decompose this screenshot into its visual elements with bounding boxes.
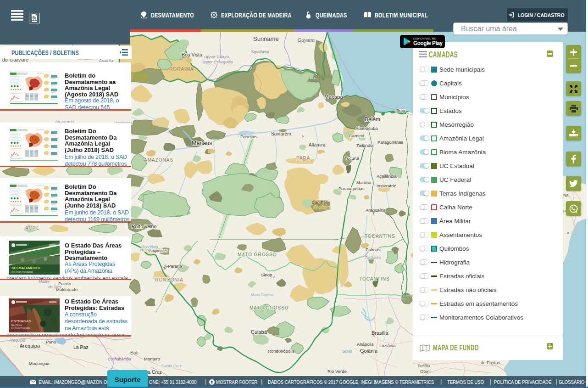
- svg-text:Rondonópolis: Rondonópolis: [268, 349, 294, 354]
- svg-text:São Félix: São Félix: [312, 200, 330, 205]
- svg-text:Otoni: Otoni: [420, 369, 431, 374]
- svg-text:Maldonado: Maldonado: [56, 287, 78, 292]
- svg-text:Arequipa: Arequipa: [9, 338, 25, 343]
- svg-text:Amapá: Amapá: [307, 78, 320, 83]
- svg-text:Puerto: Puerto: [58, 281, 71, 286]
- svg-text:Porto Velho: Porto Velho: [132, 224, 156, 229]
- svg-text:Açailândia: Açailândia: [377, 174, 397, 179]
- svg-text:Brag: Brag: [396, 108, 405, 113]
- svg-text:MATO GROSSO: MATO GROSSO: [250, 305, 289, 310]
- svg-text:Goiás: Goiás: [342, 349, 353, 354]
- svg-text:Rio Verde: Rio Verde: [327, 369, 347, 374]
- svg-text:Imperatriz: Imperatriz: [377, 183, 396, 188]
- svg-text:a: a: [567, 231, 569, 235]
- svg-text:TOCANTINS: TOCANTINS: [359, 276, 390, 281]
- svg-text:RORAIMA: RORAIMA: [169, 67, 194, 72]
- svg-text:Macapá: Macapá: [324, 94, 344, 100]
- svg-text:Brasília: Brasília: [372, 330, 389, 336]
- svg-text:Puno: Puno: [46, 339, 56, 344]
- svg-text:Palmas: Palmas: [366, 247, 380, 252]
- svg-text:Cametá: Cametá: [349, 133, 365, 138]
- svg-text:ACRE: ACRE: [25, 225, 40, 231]
- svg-text:Cuiabá: Cuiabá: [251, 329, 267, 335]
- svg-text:Mato Grosso: Mato Grosso: [251, 292, 273, 297]
- svg-text:Altamira: Altamira: [309, 142, 326, 147]
- svg-text:ESTRADAS: ESTRADAS: [11, 319, 32, 323]
- svg-text:Moquegua: Moquegua: [29, 361, 50, 366]
- svg-text:Parintins: Parintins: [240, 134, 257, 139]
- svg-text:Araguaína: Araguaína: [366, 208, 386, 213]
- svg-text:do Xingu: do Xingu: [313, 205, 331, 210]
- svg-text:Upper Essequibo: Upper Essequibo: [201, 60, 233, 64]
- svg-text:Suriname: Suriname: [253, 35, 279, 42]
- svg-text:AMAZONAS: AMAZONAS: [144, 157, 173, 163]
- svg-text:Paragominas: Paragominas: [377, 140, 403, 145]
- svg-text:Santarém: Santarém: [271, 131, 291, 136]
- svg-text:Boli: Boli: [130, 350, 139, 355]
- svg-text:Parauapebas: Parauapebas: [338, 186, 365, 191]
- svg-text:Upper Takutu-: Upper Takutu-: [204, 55, 230, 59]
- svg-text:Guyane: Guyane: [298, 37, 315, 43]
- svg-text:de Freitas: de Freitas: [481, 360, 500, 365]
- svg-text:Boa Vista: Boa Vista: [182, 52, 202, 57]
- svg-text:Sinop: Sinop: [261, 272, 272, 277]
- svg-text:Belém: Belém: [365, 116, 380, 123]
- svg-text:Rondônia: Rondônia: [141, 245, 158, 249]
- svg-text:Sipaliwini: Sipaliwini: [251, 49, 269, 54]
- svg-text:Marabá: Marabá: [356, 180, 372, 185]
- svg-text:La Paz: La Paz: [73, 344, 89, 350]
- svg-text:Goiânia: Goiânia: [360, 348, 378, 354]
- svg-text:Arequipa: Arequipa: [20, 343, 40, 349]
- svg-text:Tailândia: Tailândia: [356, 143, 374, 148]
- svg-text:em Áreas Protegidas: em Áreas Protegidas: [11, 326, 31, 329]
- svg-text:Tucuruí: Tucuruí: [344, 156, 359, 161]
- svg-text:Abaetetuba: Abaetetuba: [355, 126, 378, 131]
- svg-text:Teófilo: Teófilo: [417, 363, 430, 368]
- svg-text:Ji-Paraná: Ji-Paraná: [163, 264, 182, 269]
- svg-text:Não Oficiais: Não Oficiais: [11, 324, 22, 326]
- svg-text:PARÁ: PARÁ: [296, 155, 311, 161]
- svg-text:Cochabamba: Cochabamba: [108, 357, 131, 361]
- svg-text:MATO GROSSO: MATO GROSSO: [238, 252, 277, 257]
- svg-text:Santa Cruz: Santa Cruz: [162, 364, 182, 368]
- svg-text:Montero: Montero: [144, 356, 160, 361]
- svg-text:Tocantins: Tocantins: [365, 255, 382, 260]
- svg-text:Luziânia: Luziânia: [379, 343, 396, 348]
- svg-text:Na: Na: [563, 193, 569, 197]
- svg-text:Manaus: Manaus: [192, 140, 212, 146]
- svg-text:TOCANTINS: TOCANTINS: [365, 234, 395, 239]
- svg-text:DESMATAMENTO: DESMATAMENTO: [11, 266, 40, 270]
- svg-text:em Áreas Protegidas: em Áreas Protegidas: [11, 270, 33, 273]
- svg-text:RONDÔNIA: RONDÔNIA: [155, 277, 183, 282]
- svg-text:ta Cruz: ta Cruz: [146, 369, 162, 375]
- svg-text:Anápolis: Anápolis: [357, 342, 374, 347]
